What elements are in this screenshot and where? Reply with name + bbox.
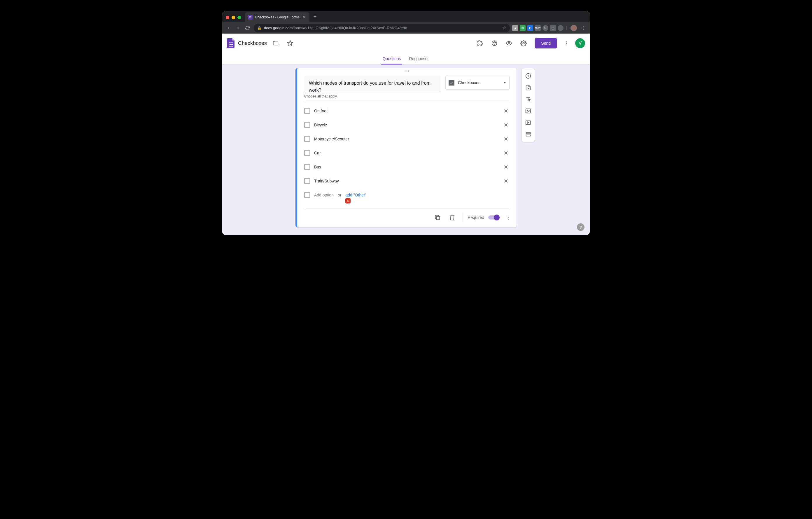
option-label[interactable]: Motorcycle/Scooter — [314, 137, 498, 141]
bookmark-star-icon[interactable]: ☆ — [502, 25, 506, 31]
ext-dot-icon[interactable] — [558, 25, 563, 31]
checkbox-icon — [304, 192, 310, 198]
reload-button[interactable] — [243, 24, 252, 32]
option-row: Motorcycle/Scooter — [304, 132, 510, 146]
svg-point-15 — [405, 70, 405, 71]
checkbox-type-icon — [448, 80, 455, 85]
import-questions-button[interactable] — [522, 82, 534, 93]
question-description[interactable]: Choose all that apply — [297, 92, 517, 99]
required-toggle[interactable] — [488, 215, 499, 219]
delete-button[interactable] — [446, 212, 458, 223]
question-title-input[interactable]: Which modes of transport do you use for … — [304, 76, 441, 92]
user-avatar[interactable]: V — [575, 38, 585, 48]
tab-responses[interactable]: Responses — [409, 53, 430, 64]
tab-title: Checkboxes - Google Forms — [255, 15, 299, 19]
ext-circle-icon[interactable]: ◐ — [527, 25, 533, 31]
svg-point-16 — [407, 70, 407, 71]
option-label[interactable]: Train/Subway — [314, 179, 498, 183]
forms-logo-icon — [227, 38, 234, 48]
drag-handle-icon[interactable] — [297, 68, 517, 74]
tab-strip: Checkboxes - Google Forms ✕ + — [222, 11, 590, 22]
ext-new-icon[interactable]: NEW — [535, 25, 541, 31]
option-row: Bicycle — [304, 118, 510, 132]
ext-chat-icon[interactable]: ▢ — [550, 25, 556, 31]
question-footer: Required ⋮ — [297, 209, 517, 227]
toolbar-separator: | — [566, 25, 567, 31]
ext-drive-icon[interactable]: ◢ — [512, 25, 518, 31]
remove-option-button[interactable] — [502, 107, 510, 114]
question-type-label: Checkboxes — [458, 80, 500, 85]
dropdown-arrow-icon: ▼ — [503, 81, 506, 84]
addons-button[interactable] — [476, 40, 483, 47]
remove-option-button[interactable] — [502, 121, 510, 129]
address-bar[interactable]: 🔒 docs.google.com/forms/d/1zg_OKgkfiAQa4… — [254, 24, 510, 32]
tab-questions[interactable]: Questions — [382, 53, 401, 64]
add-or-text: or — [338, 193, 341, 197]
remove-option-button[interactable] — [502, 149, 510, 157]
close-window-button[interactable] — [226, 16, 229, 19]
options-list: On foot Bicycle Motorcycle/Scooter Car — [297, 102, 517, 204]
minimize-window-button[interactable] — [232, 16, 235, 19]
svg-point-17 — [408, 70, 409, 71]
svg-rect-21 — [437, 216, 440, 219]
toolbar: 🔒 docs.google.com/forms/d/1zg_OKgkfiAQa4… — [222, 22, 590, 33]
option-label[interactable]: Car — [314, 151, 498, 155]
close-tab-button[interactable]: ✕ — [302, 15, 307, 20]
add-image-button[interactable] — [522, 105, 534, 117]
svg-rect-3 — [229, 42, 230, 43]
send-button[interactable]: Send — [534, 38, 557, 49]
maximize-window-button[interactable] — [237, 16, 241, 19]
duplicate-button[interactable] — [432, 212, 443, 223]
browser-chrome: Checkboxes - Google Forms ✕ + 🔒 docs.goo… — [222, 11, 590, 33]
browser-tab[interactable]: Checkboxes - Google Forms ✕ — [245, 12, 310, 22]
add-option-input[interactable]: Add option — [314, 193, 334, 197]
chrome-menu-button[interactable]: ⋮ — [579, 24, 587, 32]
help-button[interactable]: ? — [577, 223, 584, 231]
settings-button[interactable] — [520, 40, 527, 47]
floating-toolbar — [522, 68, 535, 142]
forward-button[interactable] — [234, 24, 242, 32]
svg-point-10 — [493, 42, 494, 43]
new-tab-button[interactable]: + — [314, 14, 317, 20]
svg-point-18 — [405, 71, 405, 72]
question-more-button[interactable]: ⋮ — [504, 215, 513, 220]
url-text: docs.google.com/forms/d/1zg_OKgkfiAQa4td… — [264, 26, 407, 30]
remove-option-button[interactable] — [502, 177, 510, 185]
checkbox-icon — [304, 122, 310, 128]
lock-icon: 🔒 — [257, 26, 262, 30]
star-button[interactable] — [287, 40, 294, 47]
option-label[interactable]: Bus — [314, 165, 498, 169]
option-row: Train/Subway — [304, 174, 510, 188]
add-section-button[interactable] — [522, 129, 534, 140]
checkbox-icon — [304, 150, 310, 156]
checkbox-icon — [304, 178, 310, 184]
option-row: Car — [304, 146, 510, 160]
add-other-button[interactable]: add "Other" — [345, 193, 366, 197]
svg-point-24 — [527, 110, 528, 111]
forms-favicon — [248, 15, 253, 20]
option-row: On foot — [304, 104, 510, 118]
ext-mail-icon[interactable]: ✉ — [520, 25, 526, 31]
remove-option-button[interactable] — [502, 135, 510, 142]
chrome-profile-avatar[interactable] — [571, 25, 577, 31]
option-label[interactable]: Bicycle — [314, 122, 498, 127]
svg-rect-26 — [526, 133, 530, 134]
customize-theme-button[interactable] — [491, 40, 498, 47]
preview-button[interactable] — [505, 40, 513, 47]
move-to-folder-button[interactable] — [272, 40, 279, 47]
more-options-button[interactable]: ⋮ — [564, 40, 569, 46]
add-question-button[interactable] — [522, 70, 534, 82]
remove-option-button[interactable] — [502, 163, 510, 170]
question-card[interactable]: Which modes of transport do you use for … — [295, 68, 517, 227]
checkbox-icon — [304, 136, 310, 142]
ext-u-icon[interactable]: U — [543, 25, 548, 31]
checkbox-icon — [304, 164, 310, 170]
add-title-button[interactable] — [522, 93, 534, 105]
add-video-button[interactable] — [522, 117, 534, 129]
option-label[interactable]: On foot — [314, 109, 498, 113]
form-title[interactable]: Checkboxes — [238, 40, 267, 47]
question-type-selector[interactable]: Checkboxes ▼ — [445, 76, 510, 90]
window-controls — [226, 16, 241, 19]
add-option-row: Add option or add "Other" — [304, 188, 510, 202]
back-button[interactable] — [225, 24, 233, 32]
